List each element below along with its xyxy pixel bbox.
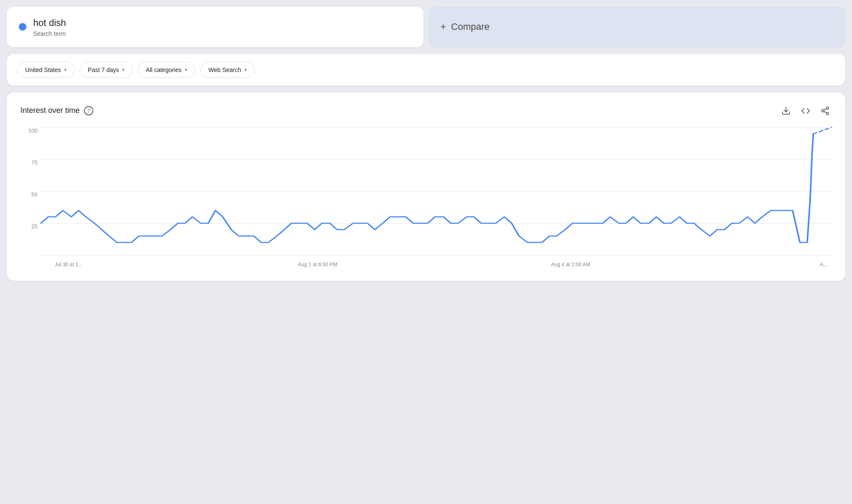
region-filter-label: United States [25, 66, 61, 73]
grid-line-0 [41, 255, 832, 256]
search-type-filter-label: Web Search [208, 66, 241, 73]
download-button[interactable] [780, 104, 792, 117]
category-filter-button[interactable]: All categories ▾ [138, 62, 195, 78]
download-icon [781, 106, 791, 115]
chart-actions [780, 104, 832, 117]
embed-button[interactable] [799, 104, 812, 117]
svg-line-5 [824, 109, 826, 110]
x-label-aug-end: A... [820, 262, 827, 268]
category-chevron-icon: ▾ [185, 67, 187, 72]
search-term-text: hot dish Search term [33, 17, 66, 37]
term-color-dot [19, 23, 26, 31]
y-label-50: 50 [20, 191, 37, 198]
x-label-aug4: Aug 4 at 2:00 AM [551, 262, 590, 268]
x-label-jul30: Jul 30 at 1... [55, 262, 82, 268]
y-label-25: 25 [20, 223, 37, 230]
chart-plot-area [41, 127, 832, 255]
compare-card[interactable]: + Compare [429, 7, 845, 47]
search-term-value: hot dish [33, 17, 66, 29]
embed-icon [801, 106, 810, 115]
help-icon[interactable]: ? [84, 106, 93, 115]
filters-card: United States ▾ Past 7 days ▾ All catego… [7, 54, 845, 86]
trend-line-chart [41, 127, 832, 255]
category-filter-label: All categories [146, 66, 181, 73]
y-axis-labels: 100 75 50 25 [20, 127, 37, 255]
chart-header: Interest over time ? [20, 104, 832, 117]
chart-title-area: Interest over time ? [20, 106, 93, 115]
region-chevron-icon: ▾ [64, 67, 66, 72]
x-label-aug1: Aug 1 at 6:00 PM [298, 262, 337, 268]
time-range-filter-button[interactable]: Past 7 days ▾ [80, 62, 132, 78]
plus-icon: + [440, 21, 446, 32]
share-button[interactable] [819, 104, 832, 117]
search-type-filter-button[interactable]: Web Search ▾ [200, 62, 255, 78]
share-icon [820, 106, 830, 115]
time-range-chevron-icon: ▾ [122, 67, 124, 72]
trend-dotted-extension [813, 127, 832, 134]
y-label-100: 100 [20, 127, 37, 134]
svg-line-4 [824, 111, 826, 113]
x-axis-labels: Jul 30 at 1... Aug 1 at 6:00 PM Aug 4 at… [41, 257, 832, 272]
interest-over-time-card: Interest over time ? [7, 92, 845, 281]
search-type-chevron-icon: ▾ [245, 67, 247, 72]
time-range-filter-label: Past 7 days [88, 66, 119, 73]
search-term-label: Search term [33, 30, 66, 37]
chart-title: Interest over time [20, 106, 80, 115]
search-term-card: hot dish Search term [7, 7, 423, 47]
region-filter-button[interactable]: United States ▾ [17, 62, 75, 78]
compare-label: Compare [451, 21, 489, 32]
chart-area: 100 75 50 25 Jul 30 at 1... A [20, 127, 832, 272]
y-label-75: 75 [20, 159, 37, 166]
